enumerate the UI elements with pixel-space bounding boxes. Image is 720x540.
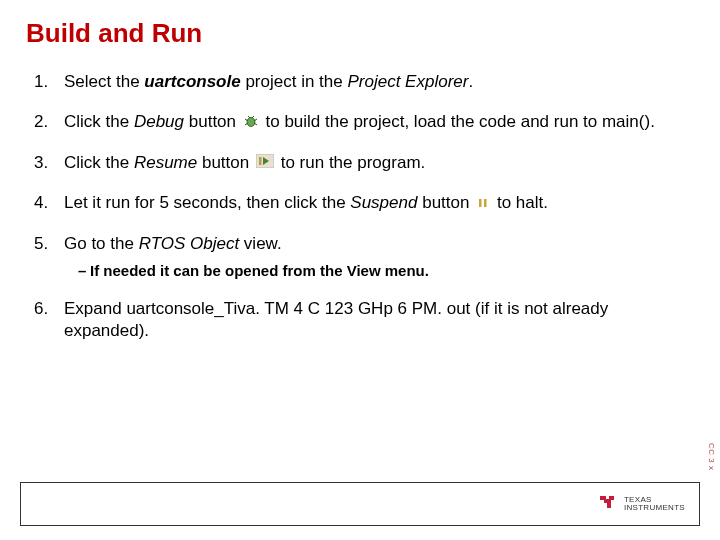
footer-bar: TEXAS INSTRUMENTS: [20, 482, 700, 526]
text: Go to the: [64, 234, 139, 253]
text: to build the project, load the code and …: [266, 112, 655, 131]
subtext: If needed it can be opened from the View…: [90, 262, 429, 279]
svg-rect-11: [484, 199, 487, 207]
svg-point-0: [247, 117, 255, 126]
svg-rect-8: [259, 157, 262, 165]
view-name: RTOS Object: [139, 234, 239, 253]
slide-title: Build and Run: [26, 18, 694, 49]
dash: –: [78, 261, 90, 281]
text: Let it run for 5 seconds, then click the: [64, 193, 350, 212]
button-name: Resume: [134, 153, 197, 172]
step-2: 2. Click the Debug button to build the p…: [34, 111, 694, 134]
step-num: 2.: [34, 111, 48, 133]
step-num: 6.: [34, 298, 48, 320]
text: Click the: [64, 112, 134, 131]
ti-logo: TEXAS INSTRUMENTS: [598, 492, 685, 516]
ti-brand-text: TEXAS INSTRUMENTS: [624, 496, 685, 513]
step-num: 5.: [34, 233, 48, 255]
step-num: 1.: [34, 71, 48, 93]
ti-mark-icon: [598, 492, 618, 516]
step-3: 3. Click the Resume button to run the pr…: [34, 152, 694, 175]
view-name: Project Explorer: [347, 72, 468, 91]
step-num: 3.: [34, 152, 48, 174]
text: .: [468, 72, 473, 91]
suspend-icon: [476, 193, 490, 215]
text: button: [184, 112, 236, 131]
text: Expand uartconsole_Tiva. TM 4 C 123 GHp …: [64, 299, 608, 340]
text: Click the: [64, 153, 134, 172]
step-4: 4. Let it run for 5 seconds, then click …: [34, 192, 694, 215]
steps-list: 1. Select the uartconsole project in the…: [26, 71, 694, 343]
svg-rect-10: [479, 199, 482, 207]
step-6: 6. Expand uartconsole_Tiva. TM 4 C 123 G…: [34, 298, 694, 342]
text: project in the: [241, 72, 348, 91]
svg-line-5: [248, 116, 250, 118]
step-5: 5. Go to the RTOS Object view. –If neede…: [34, 233, 694, 281]
debug-icon: [243, 112, 259, 134]
svg-line-6: [252, 116, 254, 118]
button-name: Suspend: [350, 193, 417, 212]
project-name: uartconsole: [144, 72, 240, 91]
text: view.: [239, 234, 282, 253]
text: to halt.: [497, 193, 548, 212]
step-num: 4.: [34, 192, 48, 214]
brand-bottom: INSTRUMENTS: [624, 504, 685, 512]
step-1: 1. Select the uartconsole project in the…: [34, 71, 694, 93]
side-label: CC 3 x: [707, 443, 716, 470]
substep: –If needed it can be opened from the Vie…: [64, 261, 694, 281]
text: button: [417, 193, 469, 212]
button-name: Debug: [134, 112, 184, 131]
text: button: [197, 153, 254, 172]
resume-icon: [256, 152, 274, 174]
text: to run the program.: [281, 153, 426, 172]
text: Select the: [64, 72, 144, 91]
